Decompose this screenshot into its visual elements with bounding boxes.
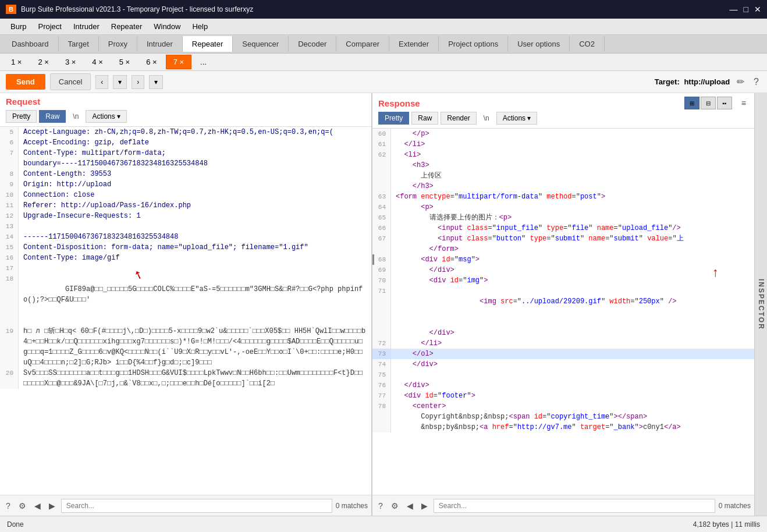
response-next-button[interactable]: ▶ [419, 500, 430, 512]
response-panel: Response ⊞ ⊟ ▪▪ ≡ Pretty Raw Render \n A… [372, 93, 754, 516]
view-split-v[interactable]: ⊟ [701, 97, 716, 109]
app-title: B Burp Suite Professional v2021.3 - Temp… [6, 5, 253, 14]
help-button[interactable]: ? [751, 76, 761, 88]
app-logo: B [6, 5, 16, 14]
resp-line-71: 71 <img src="../upload/29209.gif" width=… [372, 286, 754, 328]
request-tab-pretty[interactable]: Pretty [6, 110, 37, 123]
repeater-tab-7[interactable]: 7 × [166, 55, 191, 69]
request-tab-n[interactable]: \n [68, 111, 83, 122]
repeater-tab-1[interactable]: 1 × [3, 55, 29, 69]
repeater-tab-5[interactable]: 5 × [112, 55, 137, 69]
inspector-toggle[interactable]: ≡ [739, 97, 748, 109]
tab-proxy[interactable]: Proxy [99, 36, 137, 52]
response-settings-icon[interactable]: ⚙ [389, 500, 401, 512]
tab-comparer[interactable]: Comparer [336, 36, 389, 52]
response-tab-n[interactable]: \n [479, 112, 494, 124]
window-controls[interactable]: — □ ✕ [730, 5, 761, 14]
code-line-12: 12 Upgrade-Insecure-Requests: 1 [0, 211, 371, 221]
request-tabs: Pretty Raw \n Actions ▾ [6, 110, 365, 123]
request-settings-icon[interactable]: ⚙ [16, 500, 29, 512]
resp-line-78b: Copyright&nbsp;&nbsp;<span id="copyright… [372, 412, 754, 422]
repeater-tab-6[interactable]: 6 × [139, 55, 164, 69]
menu-intruder[interactable]: Intruder [68, 20, 105, 33]
response-search-input[interactable] [434, 499, 715, 513]
menu-help[interactable]: Help [186, 20, 214, 33]
tab-co2[interactable]: CO2 [570, 36, 605, 52]
repeater-tab-4[interactable]: 4 × [84, 55, 110, 69]
status-bar: Done 4,182 bytes | 11 millis [0, 516, 767, 532]
minimize-button[interactable]: — [730, 5, 738, 14]
tab-repeater[interactable]: Repeater [183, 36, 233, 52]
request-prev-button[interactable]: ◀ [32, 500, 43, 512]
repeater-tab-2[interactable]: 2 × [30, 55, 56, 69]
send-button[interactable]: Send [6, 74, 45, 90]
target-url: http://upload [684, 77, 730, 86]
tab-target[interactable]: Target [59, 36, 99, 52]
repeater-tab-3[interactable]: 3 × [58, 55, 83, 69]
tab-user-options[interactable]: User options [508, 36, 570, 52]
code-line-13: 13 [0, 221, 371, 232]
resp-line-65: 65 请选择要上传的图片：<p> [372, 212, 754, 223]
maximize-button[interactable]: □ [744, 5, 748, 14]
menu-project[interactable]: Project [32, 20, 67, 33]
menu-repeater[interactable]: Repeater [105, 20, 148, 33]
tab-project-options[interactable]: Project options [439, 36, 508, 52]
tab-intruder[interactable]: Intruder [137, 36, 183, 52]
code-line-16: 16 Content-Type: image/gif [0, 253, 371, 263]
response-help-icon[interactable]: ? [376, 500, 385, 512]
resp-line-78c: &nbsp;by&nbsp;<a href="http://gv7.me" ta… [372, 422, 754, 432]
response-prev-button[interactable]: ◀ [404, 500, 416, 512]
view-single[interactable]: ▪▪ [717, 97, 732, 109]
tab-dashboard[interactable]: Dashboard [2, 36, 59, 52]
repeater-tab-more[interactable]: ... [193, 55, 214, 69]
resp-line-72: 72 </li> [372, 338, 754, 349]
actions-label: Actions ▾ [92, 112, 120, 120]
tab-decoder[interactable]: Decoder [289, 36, 336, 52]
request-help-icon[interactable]: ? [3, 500, 13, 512]
response-tab-pretty[interactable]: Pretty [378, 112, 409, 125]
request-header: Request Pretty Raw \n Actions ▾ [0, 93, 371, 127]
resp-line-62b: <h3> [372, 160, 754, 171]
nav-down2-button[interactable]: ▾ [149, 75, 163, 89]
inspector-label: INSPECTOR [757, 279, 765, 330]
resp-line-62c: 上传区 [372, 171, 754, 181]
resp-line-77: 77 <div id="footer"> [372, 391, 754, 401]
nav-back-button[interactable]: ‹ [95, 75, 108, 89]
resp-line-70: 70 <div id="img"> [372, 275, 754, 286]
request-search-bar: ? ⚙ ◀ ▶ 0 matches [0, 495, 371, 516]
tab-extender[interactable]: Extender [389, 36, 439, 52]
main-content: Request Pretty Raw \n Actions ▾ 5 Accept… [0, 93, 767, 516]
title-bar: B Burp Suite Professional v2021.3 - Temp… [0, 0, 767, 19]
menu-burp[interactable]: Burp [5, 20, 32, 33]
tab-sequencer[interactable]: Sequencer [233, 36, 289, 52]
split-indicator [372, 254, 374, 265]
response-tab-render[interactable]: Render [441, 112, 476, 125]
nav-down1-button[interactable]: ▾ [113, 75, 127, 89]
request-title: Request [6, 97, 365, 107]
repeater-tabs: 1 × 2 × 3 × 4 × 5 × 6 × 7 × ... [0, 54, 767, 71]
code-line-14: 14 ------1171500467367183234816325534848 [0, 232, 371, 242]
edit-target-button[interactable]: ✏ [734, 75, 747, 88]
resp-line-66: 66 <input class="input_file" type="file"… [372, 223, 754, 233]
inspector-sidebar[interactable]: INSPECTOR [754, 93, 767, 516]
code-line-17: 17 [0, 263, 371, 274]
request-match-count: 0 matches [336, 502, 368, 510]
code-line-18: 18 GIF89a@□□_□□□□□5G□□□□COLC%□□□□E"aS-=5… [0, 274, 371, 326]
nav-fwd-button[interactable]: › [132, 75, 144, 89]
resp-line-75: 75 [372, 370, 754, 380]
response-tab-raw[interactable]: Raw [411, 112, 438, 125]
request-tab-raw[interactable]: Raw [39, 110, 66, 123]
request-search-input[interactable] [61, 499, 332, 513]
view-split-h[interactable]: ⊞ [684, 97, 699, 109]
response-actions-button[interactable]: Actions ▾ [496, 112, 538, 125]
code-line-6: 6 Accept-Encoding: gzip, deflate [0, 137, 371, 148]
request-next-button[interactable]: ▶ [47, 500, 58, 512]
cancel-button[interactable]: Cancel [50, 73, 91, 90]
resp-line-74: 74 </div> [372, 359, 754, 370]
close-button[interactable]: ✕ [754, 5, 761, 14]
status-info: 4,182 bytes | 11 millis [693, 520, 760, 529]
menu-window[interactable]: Window [148, 20, 186, 33]
resp-line-62d: </h3> [372, 181, 754, 191]
resp-line-67b: </form> [372, 244, 754, 254]
request-actions-button[interactable]: Actions ▾ [86, 110, 127, 123]
